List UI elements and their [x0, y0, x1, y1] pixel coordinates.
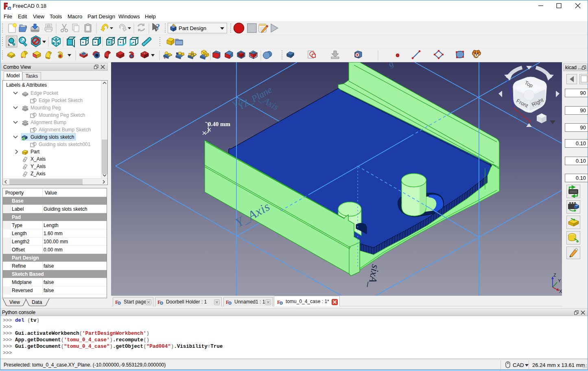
svg-text:View: View [9, 299, 20, 305]
svg-text:Edge Pocket: Edge Pocket [31, 90, 59, 96]
svg-text:0.40 mm: 0.40 mm [208, 121, 230, 127]
svg-text:F: F [277, 299, 280, 305]
svg-text:F: F [157, 299, 161, 305]
svg-text:Alignment Bump: Alignment Bump [31, 120, 66, 125]
svg-text:Alignment Bump Sketch: Alignment Bump Sketch [39, 127, 91, 133]
svg-text:sixA_: sixA_ [366, 264, 382, 289]
svg-text:X_Axis: X_Axis [31, 156, 46, 162]
svg-text:F: F [226, 299, 229, 305]
svg-text:Data: Data [32, 299, 42, 305]
svg-text:Y_Axis: Y_Axis [31, 164, 46, 169]
svg-text:Z_Axis: Z_Axis [31, 171, 46, 177]
svg-text:Edge Pocket Sketch: Edge Pocket Sketch [39, 98, 83, 103]
svg-text:z: z [506, 79, 508, 84]
svg-text:Y: Y [558, 278, 561, 283]
svg-text:Guiding slots sketch: Guiding slots sketch [31, 134, 74, 140]
svg-text:X: X [559, 289, 562, 294]
svg-text:g: g [386, 62, 395, 69]
svg-text:Mounting Peg Sketch: Mounting Peg Sketch [39, 112, 85, 118]
svg-text:?: ? [156, 22, 160, 31]
svg-text:Part: Part [31, 149, 40, 155]
svg-text:F: F [115, 299, 118, 305]
svg-text:Z: Z [553, 273, 556, 277]
svg-text:Guiding slots sketch001: Guiding slots sketch001 [39, 142, 91, 147]
svg-text:Mounting Peg: Mounting Peg [31, 105, 61, 111]
svg-text:x: x [528, 118, 531, 124]
